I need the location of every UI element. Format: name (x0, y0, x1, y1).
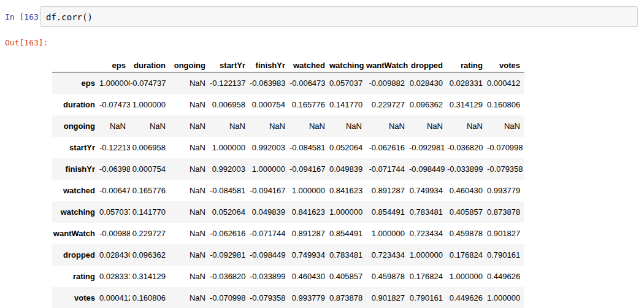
cell-eps-watched: -0.006473 (289, 72, 329, 94)
cell-rating-finishYr: -0.033899 (250, 266, 289, 287)
cell-startYr-watching: 0.052064 (329, 137, 366, 158)
cell-watching-ongoing: NaN (170, 201, 210, 223)
table-row-watching: watching0.0570370.141770NaN0.0520640.049… (52, 201, 524, 223)
cell-ongoing-votes: NaN (487, 115, 524, 137)
cell-ongoing-rating: NaN (447, 115, 487, 137)
cell-watched-dropped: 0.749934 (409, 180, 447, 201)
table-row-votes: votes0.0004120.160806NaN-0.070998-0.0793… (52, 287, 524, 308)
cell-watching-watched: 0.841623 (289, 201, 329, 223)
cell-dropped-watched: 0.749934 (289, 244, 329, 266)
cell-wantWatch-ongoing: NaN (170, 223, 210, 244)
cell-wantWatch-eps: -0.009882 (99, 223, 130, 244)
cell-finishYr-finishYr: 1.000000 (250, 158, 289, 180)
cell-watching-votes: 0.873878 (487, 201, 524, 223)
cell-dropped-ongoing: NaN (170, 244, 210, 266)
cell-rating-ongoing: NaN (170, 266, 210, 287)
column-header-rating: rating (447, 59, 487, 72)
cell-dropped-eps: 0.028430 (99, 244, 130, 266)
cell-finishYr-watching: 0.049839 (329, 158, 366, 180)
cell-ongoing-duration: NaN (130, 115, 170, 137)
code-editor[interactable]: df.corr() (40, 6, 638, 27)
cell-votes-rating: 0.449626 (447, 287, 487, 308)
cell-startYr-rating: -0.036820 (447, 137, 487, 158)
cell-watched-eps: -0.006473 (99, 180, 130, 201)
cell-ongoing-watching: NaN (329, 115, 366, 137)
cell-duration-ongoing: NaN (170, 94, 210, 115)
cell-rating-wantWatch: 0.459878 (366, 266, 409, 287)
cell-votes-wantWatch: 0.901827 (366, 287, 409, 308)
cell-rating-eps: 0.028331 (99, 266, 130, 287)
table-row-duration: duration-0.0747371.000000NaN0.0069580.00… (52, 94, 524, 115)
cell-eps-watching: 0.057037 (329, 72, 366, 94)
cell-startYr-ongoing: NaN (170, 137, 210, 158)
cell-watched-finishYr: -0.094167 (250, 180, 289, 201)
cell-ongoing-wantWatch: NaN (366, 115, 409, 137)
cell-finishYr-startYr: 0.992003 (210, 158, 250, 180)
cell-eps-startYr: -0.122137 (210, 72, 250, 94)
cell-rating-startYr: -0.036820 (210, 266, 250, 287)
cell-watched-duration: 0.165776 (130, 180, 170, 201)
cell-votes-eps: 0.000412 (99, 287, 130, 308)
cell-watching-wantWatch: 0.854491 (366, 201, 409, 223)
cell-duration-eps: -0.074737 (99, 94, 130, 115)
cell-watched-startYr: -0.084581 (210, 180, 250, 201)
cell-eps-eps: 1.000000 (99, 72, 130, 94)
cell-votes-startYr: -0.070998 (210, 287, 250, 308)
cell-watching-duration: 0.141770 (130, 201, 170, 223)
row-header-dropped: dropped (52, 244, 99, 266)
table-corner-blank (52, 59, 99, 72)
cell-ongoing-eps: NaN (99, 115, 130, 137)
cell-watching-startYr: 0.052064 (210, 201, 250, 223)
cell-finishYr-eps: -0.063983 (99, 158, 130, 180)
row-header-votes: votes (52, 287, 99, 308)
cell-wantWatch-votes: 0.901827 (487, 223, 524, 244)
cell-watched-watched: 1.000000 (289, 180, 329, 201)
cell-eps-ongoing: NaN (170, 72, 210, 94)
output-area: epsdurationongoingstartYrfinishYrwatched… (0, 59, 644, 308)
cell-eps-duration: -0.074737 (130, 72, 170, 94)
cell-eps-finishYr: -0.063983 (250, 72, 289, 94)
row-header-wantWatch: wantWatch (52, 223, 99, 244)
row-header-duration: duration (52, 94, 99, 115)
column-header-startYr: startYr (210, 59, 250, 72)
row-header-eps: eps (52, 72, 99, 94)
cell-finishYr-dropped: -0.098449 (409, 158, 447, 180)
cell-duration-duration: 1.000000 (130, 94, 170, 115)
cell-rating-duration: 0.314129 (130, 266, 170, 287)
column-header-eps: eps (99, 59, 130, 72)
cell-duration-wantWatch: 0.229727 (366, 94, 409, 115)
table-row-finishYr: finishYr-0.0639830.000754NaN0.9920031.00… (52, 158, 524, 180)
cell-wantWatch-watched: 0.891287 (289, 223, 329, 244)
cell-duration-startYr: 0.006958 (210, 94, 250, 115)
cell-ongoing-ongoing: NaN (170, 115, 210, 137)
cell-duration-rating: 0.314129 (447, 94, 487, 115)
cell-dropped-finishYr: -0.098449 (250, 244, 289, 266)
cell-watched-wantWatch: 0.891287 (366, 180, 409, 201)
cell-dropped-startYr: -0.092981 (210, 244, 250, 266)
cell-dropped-watching: 0.783481 (329, 244, 366, 266)
cell-dropped-dropped: 1.000000 (409, 244, 447, 266)
cell-finishYr-watched: -0.094167 (289, 158, 329, 180)
cell-finishYr-rating: -0.033899 (447, 158, 487, 180)
cell-watching-rating: 0.405857 (447, 201, 487, 223)
table-row-dropped: dropped0.0284300.096362NaN-0.092981-0.09… (52, 244, 524, 266)
cell-wantWatch-finishYr: -0.071744 (250, 223, 289, 244)
row-header-watching: watching (52, 201, 99, 223)
cell-watching-watching: 1.000000 (329, 201, 366, 223)
row-header-ongoing: ongoing (52, 115, 99, 137)
column-header-votes: votes (487, 59, 524, 72)
cell-wantWatch-rating: 0.459878 (447, 223, 487, 244)
cell-startYr-votes: -0.070998 (487, 137, 524, 158)
column-header-watched: watched (289, 59, 329, 72)
cell-votes-finishYr: -0.079358 (250, 287, 289, 308)
cell-wantWatch-watching: 0.854491 (329, 223, 366, 244)
cell-startYr-duration: 0.006958 (130, 137, 170, 158)
cell-dropped-votes: 0.790161 (487, 244, 524, 266)
cell-rating-dropped: 0.176824 (409, 266, 447, 287)
cell-finishYr-wantWatch: -0.071744 (366, 158, 409, 180)
input-area: In [163]: df.corr() (0, 6, 644, 27)
cell-startYr-startYr: 1.000000 (210, 137, 250, 158)
output-prompt: Out[163]: (5, 38, 644, 47)
cell-votes-watched: 0.993779 (289, 287, 329, 308)
cell-finishYr-votes: -0.079358 (487, 158, 524, 180)
